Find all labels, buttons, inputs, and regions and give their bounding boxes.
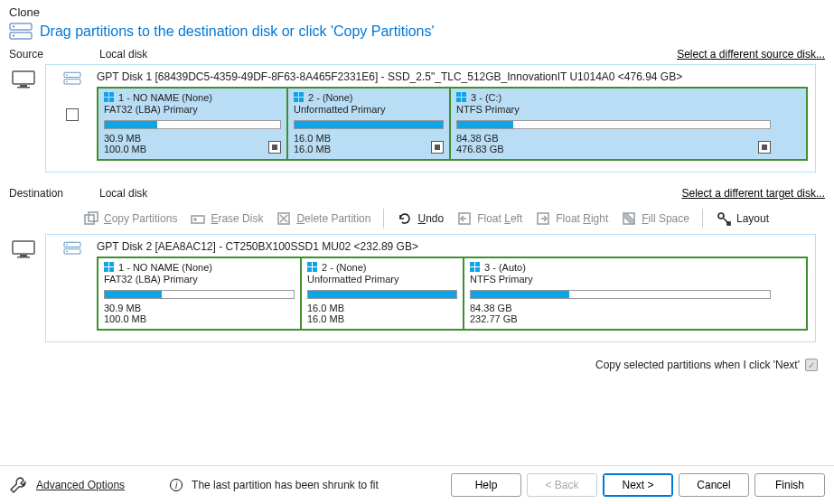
disk-icon (62, 240, 82, 257)
svg-rect-12 (109, 92, 114, 97)
partition-sub: Unformatted Primary (294, 104, 444, 115)
stop-icon[interactable] (758, 141, 771, 154)
usage-bar (307, 290, 457, 299)
svg-point-2 (13, 26, 14, 28)
svg-rect-16 (299, 92, 304, 97)
select-source-link[interactable]: Select a different source disk... (677, 48, 825, 61)
svg-rect-41 (20, 255, 27, 257)
stop-icon[interactable] (268, 141, 281, 154)
partition[interactable]: 2 - (None)Unformatted Primary16.0 MB16.0… (302, 258, 464, 329)
svg-rect-4 (13, 71, 34, 84)
toolbar-layout[interactable]: Layout (716, 210, 769, 227)
svg-rect-17 (294, 98, 298, 102)
usage-bar (456, 120, 771, 129)
svg-rect-21 (456, 98, 461, 102)
toolbar-undo[interactable]: Undo (397, 210, 444, 227)
toolbar-label: Erase Disk (211, 212, 263, 225)
dest-disk-title: GPT Disk 2 [AEA8AC12] - CT250BX100SSD1 M… (97, 240, 808, 253)
copy-on-next-label: Copy selected partitions when I click 'N… (595, 359, 800, 371)
partition-sub: FAT32 (LBA) Primary (104, 274, 295, 285)
svg-rect-58 (475, 267, 480, 272)
svg-rect-22 (462, 98, 466, 102)
partition[interactable]: 3 - (C:)NTFS Primary84.38 GB476.83 GB (451, 89, 776, 159)
copy-on-next-checkbox[interactable] (805, 359, 818, 371)
svg-point-45 (66, 244, 68, 246)
disk-stack-icon (9, 21, 33, 42)
toolbar-label: Fill Space (642, 212, 689, 225)
svg-rect-15 (294, 92, 298, 97)
stop-icon[interactable] (431, 141, 444, 154)
cancel-button[interactable]: Cancel (679, 473, 749, 497)
svg-rect-6 (17, 87, 30, 89)
usage-bar (470, 290, 771, 299)
toolbar-erase-disk[interactable]: Erase Disk (190, 210, 263, 227)
monitor-icon (11, 70, 36, 89)
svg-rect-49 (104, 267, 108, 272)
instruction-text: Drag partitions to the destination disk … (40, 23, 435, 40)
help-button[interactable]: Help (451, 473, 521, 497)
destination-toolbar: Copy PartitionsErase DiskDelete Partitio… (0, 203, 834, 234)
wrench-icon (9, 476, 27, 494)
toolbar-copy-partitions[interactable]: Copy Partitions (83, 210, 177, 227)
page-title: Clone (0, 0, 834, 21)
partition-stats: 30.9 MB100.0 MB (104, 133, 281, 155)
partition-head: 2 - (None) (308, 92, 353, 103)
svg-point-46 (66, 251, 68, 253)
svg-line-35 (623, 213, 634, 224)
usage-bar (104, 290, 295, 299)
toolbar-label: Delete Partition (296, 212, 370, 225)
svg-rect-42 (17, 257, 30, 258)
svg-rect-18 (299, 98, 304, 102)
usage-bar (294, 120, 444, 129)
partition-stats: 30.9 MB100.0 MB (104, 303, 295, 325)
partition[interactable]: 3 - (Auto)NTFS Primary84.38 GB232.77 GB (464, 258, 776, 329)
disk-icon (62, 70, 82, 87)
svg-rect-57 (470, 267, 474, 272)
source-label: Source (9, 48, 83, 61)
destination-partitions: 1 - NO NAME (None)FAT32 (LBA) Primary30.… (97, 257, 808, 331)
partition[interactable]: 2 - (None)Unformatted Primary16.0 MB16.0… (288, 89, 451, 159)
svg-rect-48 (109, 262, 114, 266)
svg-rect-50 (109, 267, 114, 272)
toolbar-delete-partition[interactable]: Delete Partition (276, 210, 370, 227)
svg-rect-51 (307, 262, 312, 266)
source-partitions: 1 - NO NAME (None)FAT32 (LBA) Primary30.… (97, 87, 808, 161)
partition-stats: 84.38 GB232.77 GB (470, 303, 771, 325)
partition-head: 1 - NO NAME (None) (118, 92, 212, 103)
monitor-icon (11, 239, 36, 259)
partition[interactable]: 1 - NO NAME (None)FAT32 (LBA) Primary30.… (98, 258, 302, 329)
partition-head: 1 - NO NAME (None) (118, 262, 212, 273)
select-disk-checkbox[interactable] (66, 108, 79, 121)
toolbar-fill-space[interactable]: Fill Space (621, 210, 689, 227)
partition-head: 3 - (Auto) (484, 262, 526, 273)
partition-head: 2 - (None) (322, 262, 367, 273)
svg-rect-54 (313, 267, 317, 272)
partition[interactable]: 1 - NO NAME (None)FAT32 (LBA) Primary30.… (98, 89, 288, 159)
svg-rect-23 (85, 215, 94, 224)
advanced-options-link[interactable]: Advanced Options (36, 479, 125, 491)
toolbar-label: Layout (736, 212, 769, 225)
svg-rect-20 (462, 92, 466, 97)
partition-sub: FAT32 (LBA) Primary (104, 104, 281, 115)
svg-rect-5 (20, 85, 27, 87)
finish-button[interactable]: Finish (754, 473, 825, 497)
toolbar-label: Copy Partitions (104, 212, 177, 225)
svg-rect-40 (13, 241, 34, 254)
svg-rect-56 (475, 262, 480, 266)
toolbar-float-right[interactable]: Float Right (535, 210, 608, 227)
svg-rect-47 (104, 262, 108, 266)
partition-stats: 84.38 GB476.83 GB (456, 133, 771, 155)
back-button[interactable]: < Back (527, 473, 597, 497)
partition-sub: Unformatted Primary (307, 274, 457, 285)
partition-sub: NTFS Primary (456, 104, 771, 115)
toolbar-label: Float Right (556, 212, 608, 225)
toolbar-float-left[interactable]: Float Left (456, 210, 522, 227)
select-target-link[interactable]: Select a different target disk... (681, 187, 825, 200)
destination-label: Destination (9, 187, 83, 200)
svg-rect-11 (104, 92, 108, 97)
partition-stats: 16.0 MB16.0 MB (294, 133, 444, 155)
svg-rect-55 (470, 262, 474, 266)
svg-rect-14 (109, 98, 114, 102)
next-button[interactable]: Next > (603, 473, 673, 497)
svg-point-10 (66, 81, 68, 83)
